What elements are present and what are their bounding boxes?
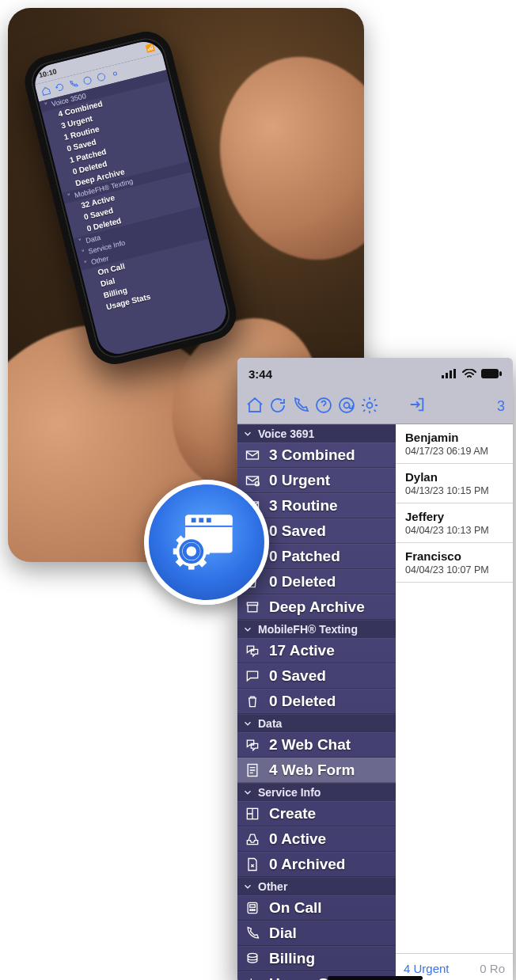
at-icon [337, 396, 356, 415]
message-item[interactable]: Dylan 04/13/23 10:15 PM [396, 464, 513, 503]
sidebar-item-label: 0 Saved [269, 667, 326, 685]
help-icon [314, 396, 333, 415]
footer-routine[interactable]: 0 Ro [480, 962, 505, 975]
message-item[interactable]: Jeffery 04/04/23 10:13 PM [396, 503, 513, 543]
help-button[interactable] [314, 396, 333, 418]
call-button[interactable] [291, 396, 310, 418]
refresh-button[interactable] [268, 396, 287, 418]
svg-rect-8 [499, 371, 502, 376]
section-label: Data [258, 717, 282, 730]
status-time: 3:44 [249, 367, 272, 381]
section-label: Voice 3691 [258, 427, 314, 440]
chevron-down-icon [242, 881, 253, 892]
section-texting[interactable]: MobileFH® Texting [237, 620, 396, 638]
sidebar-item-webform[interactable]: 4 Web Form [237, 758, 396, 783]
logout-button[interactable] [408, 396, 426, 417]
message-list: Benjamin 04/17/23 06:19 AM Dylan 04/13/2… [396, 424, 513, 980]
svg-rect-5 [450, 370, 452, 378]
sidebar-item-label: 0 Saved [269, 522, 326, 540]
refresh-icon [54, 82, 66, 93]
toolbar-extra: 3 [497, 398, 505, 415]
settings-badge [144, 480, 269, 605]
sidebar-item-active[interactable]: 17 Active [237, 638, 396, 663]
sidebar-item-label: 4 Web Form [269, 762, 355, 779]
svg-rect-33 [207, 518, 211, 522]
sidebar-item-label: 0 Urgent [269, 472, 330, 489]
coins-icon [245, 951, 260, 967]
message-date: 04/13/23 10:15 PM [405, 485, 505, 496]
message-item[interactable]: Benjamin 04/17/23 06:19 AM [396, 424, 513, 464]
svg-point-1 [97, 73, 106, 82]
bars-icon [245, 976, 260, 980]
sidebar-item-urgent[interactable]: 0 Urgent [237, 468, 396, 493]
sidebar-item-create[interactable]: Create [237, 801, 396, 826]
message-item[interactable]: Francisco 04/04/23 10:07 PM [396, 543, 513, 583]
svg-point-12 [367, 402, 373, 408]
section-label: Other [258, 880, 287, 893]
desk-phone-icon [245, 900, 260, 916]
sidebar-item-tdeleted[interactable]: 0 Deleted [237, 689, 396, 714]
svg-point-2 [113, 72, 117, 76]
sidebar-item-billing[interactable]: Billing [237, 946, 396, 971]
phone-icon [291, 396, 310, 415]
sidebar-item-label: 17 Active [269, 642, 335, 659]
sidebar-item-label: On Call [269, 899, 322, 917]
sidebar-item-deep-archive[interactable]: Deep Archive [237, 594, 396, 620]
message-name: Francisco [405, 549, 505, 563]
gear-icon [360, 396, 379, 415]
sidebar-item-dial[interactable]: Dial [237, 921, 396, 946]
sidebar-item-archived[interactable]: 0 Archived [237, 852, 396, 877]
footer-urgent[interactable]: 4 Urgent [404, 962, 450, 975]
chat-icon [245, 668, 260, 684]
sidebar-item-tsaved[interactable]: 0 Saved [237, 663, 396, 689]
refresh-icon [268, 396, 287, 415]
chevron-down-icon [242, 428, 253, 439]
sidebar-item-combined[interactable]: 3 Combined [237, 443, 396, 468]
phone-icon [245, 925, 260, 941]
sidebar-item-webchat[interactable]: 2 Web Chat [237, 732, 396, 758]
message-date: 04/04/23 10:13 PM [405, 525, 505, 536]
at-button[interactable] [337, 396, 356, 418]
sidebar-item-active-svc[interactable]: 0 Active [237, 826, 396, 852]
svg-rect-14 [247, 477, 259, 484]
create-icon [245, 806, 260, 822]
envelope-icon [245, 447, 260, 463]
sidebar-item-label: 0 Active [269, 830, 326, 848]
home-icon [245, 396, 264, 415]
svg-point-10 [340, 398, 354, 412]
section-label: Service Info [258, 786, 321, 799]
archive-icon [245, 599, 260, 615]
sidebar-item-label: 0 Archived [269, 856, 345, 873]
section-data[interactable]: Data [237, 714, 396, 732]
settings-button[interactable] [360, 396, 379, 418]
message-date: 04/17/23 06:19 AM [405, 446, 505, 457]
sidebar-item-oncall[interactable]: On Call [237, 895, 396, 921]
home-button[interactable] [245, 396, 264, 418]
section-voice[interactable]: Voice 3691 [237, 424, 396, 443]
chat-bubbles-icon [245, 643, 260, 659]
section-other[interactable]: Other [237, 877, 396, 895]
sidebar-item-label: Billing [269, 950, 315, 967]
sidebar-item-label: 0 Deleted [269, 693, 336, 710]
message-date: 04/04/23 10:07 PM [405, 564, 505, 575]
svg-point-24 [250, 910, 252, 911]
battery-icon [481, 369, 502, 378]
mini-time: 10:10 [38, 67, 58, 79]
sidebar-item-deleted[interactable]: 0 Deleted [237, 569, 396, 594]
sidebar-item-label: 0 Deleted [269, 573, 336, 591]
svg-rect-7 [481, 369, 499, 378]
phone-icon [68, 78, 80, 90]
message-name: Dylan [405, 470, 505, 484]
home-icon [40, 85, 52, 97]
status-bar: 3:44 [237, 358, 513, 389]
help-icon [82, 75, 93, 87]
toolbar: 3 [237, 389, 513, 424]
sidebar-item-label: 3 Combined [269, 446, 355, 464]
mini-phone-mockup: 10:10 📶 ˅ Voice 3500 4 Combined 3 Urgent… [19, 26, 241, 370]
section-service[interactable]: Service Info [237, 783, 396, 801]
chevron-down-icon [242, 787, 253, 798]
gear-icon [109, 68, 121, 80]
file-x-icon [245, 857, 260, 872]
section-label: MobileFH® Texting [258, 623, 358, 636]
home-indicator[interactable] [328, 976, 423, 980]
